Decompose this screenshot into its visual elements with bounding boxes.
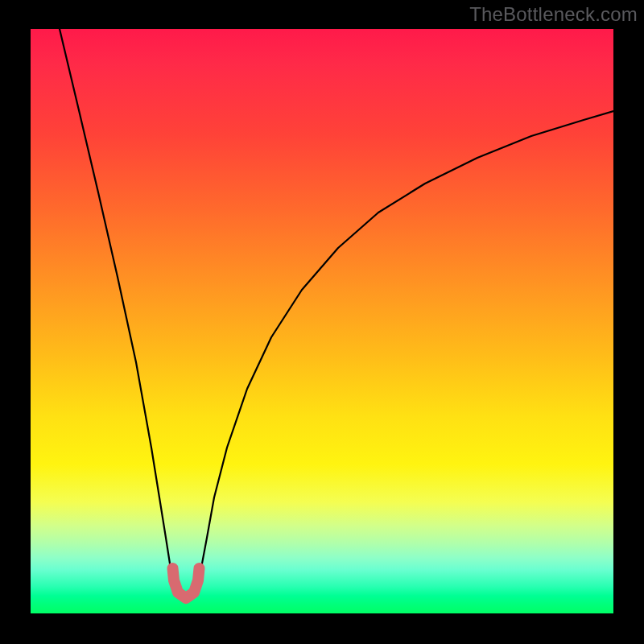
watermark-text: TheBottleneck.com <box>469 3 638 26</box>
minimum-marker <box>173 568 200 598</box>
chart-svg <box>31 29 613 613</box>
right-branch-curve <box>196 111 613 592</box>
chart-area <box>31 29 613 613</box>
left-branch-curve <box>60 29 176 592</box>
